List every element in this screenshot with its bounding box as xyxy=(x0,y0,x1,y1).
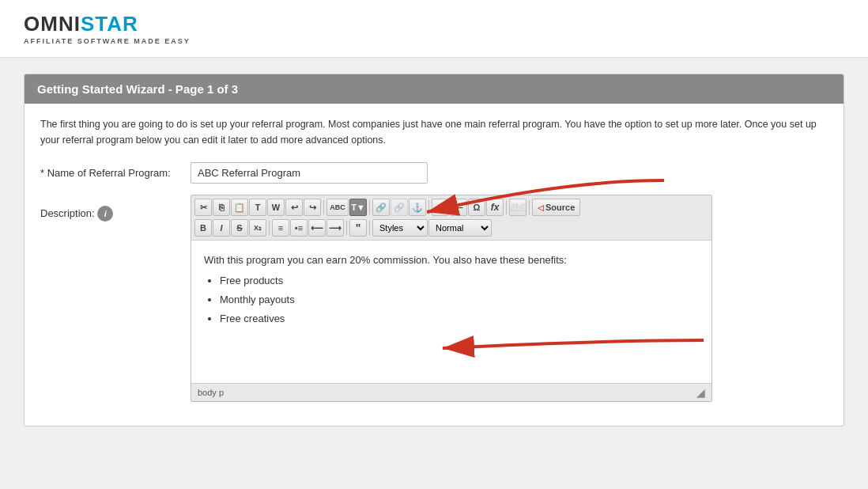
description-label-container: Description: i xyxy=(40,195,191,222)
paste-button[interactable]: 📋 xyxy=(231,199,248,216)
editor-paragraph: With this program you can earn 20% commi… xyxy=(204,252,699,269)
editor-list: Free products Monthly payouts Free creat… xyxy=(220,272,699,328)
header: OMNISTAR AFFILIATE SOFTWARE MADE EASY xyxy=(0,0,868,58)
format-select[interactable]: Normal xyxy=(428,219,492,237)
editor-container-wrapper: ✂ ⎘ 📋 T W ↩ xyxy=(191,195,828,402)
toolbar-sep-4 xyxy=(506,200,507,214)
indent-button[interactable]: ⟶ xyxy=(326,219,344,237)
editor-resize-handle[interactable]: ◢ xyxy=(696,386,705,399)
undo-button[interactable]: ↩ xyxy=(285,199,303,216)
subscript-button[interactable]: X₂ xyxy=(249,219,266,237)
anchor-button[interactable]: ⚓ xyxy=(409,199,426,216)
list-item-2: Monthly payouts xyxy=(220,291,699,309)
logo-omni: OMNI xyxy=(24,12,81,36)
copy-button[interactable]: ⎘ xyxy=(213,199,230,216)
format-button[interactable]: T▼ xyxy=(349,199,367,216)
name-field-container xyxy=(191,162,828,184)
unlink-button[interactable]: 🔗 xyxy=(391,199,408,216)
toolbar-sep-7 xyxy=(346,221,347,235)
logo: OMNISTAR AFFILIATE SOFTWARE MADE EASY xyxy=(24,12,844,45)
toolbar-row-2: B I S X₂ ≡ xyxy=(194,219,708,237)
math-button[interactable]: fx xyxy=(486,199,504,216)
name-input-row xyxy=(191,162,828,184)
description-field-row: Description: i ✂ ⎘ xyxy=(40,195,828,402)
name-field-row: * Name of Referral Program: xyxy=(40,162,828,184)
table-button[interactable]: ⊞ xyxy=(432,199,449,216)
spellcheck-button[interactable]: ABC xyxy=(326,199,349,216)
editor-footer: body p ◢ xyxy=(191,383,711,401)
toolbar-sep-8 xyxy=(369,221,370,235)
iframe-button[interactable]: ⬜⬜ xyxy=(509,199,526,216)
hr-button[interactable]: — xyxy=(450,199,467,216)
wizard-box: Getting Started Wizard - Page 1 of 3 The… xyxy=(24,74,844,426)
toolbar-row-1: ✂ ⎘ 📋 T W ↩ xyxy=(194,199,708,216)
name-input[interactable] xyxy=(191,162,428,184)
editor-footer-path: body p xyxy=(198,388,224,397)
cut-button[interactable]: ✂ xyxy=(194,199,212,216)
toolbar-sep-6 xyxy=(269,221,270,235)
logo-text: OMNISTAR xyxy=(24,12,844,36)
description-label: Description: xyxy=(40,207,95,219)
wizard-body: The first thing you are going to do is s… xyxy=(25,104,843,426)
link-button[interactable]: 🔗 xyxy=(372,199,390,216)
main-content: Getting Started Wizard - Page 1 of 3 The… xyxy=(0,58,868,442)
list-item-3: Free creatives xyxy=(220,310,699,328)
ordered-list-button[interactable]: ≡ xyxy=(272,219,289,237)
source-button[interactable]: ◁ Source xyxy=(532,199,580,216)
paste-text-button[interactable]: T xyxy=(249,199,266,216)
wizard-title: Getting Started Wizard - Page 1 of 3 xyxy=(37,82,238,96)
italic-button[interactable]: I xyxy=(213,219,230,237)
page-wrapper: OMNISTAR AFFILIATE SOFTWARE MADE EASY Ge… xyxy=(0,0,868,489)
logo-tagline: AFFILIATE SOFTWARE MADE EASY xyxy=(24,37,844,45)
wizard-description: The first thing you are going to do is s… xyxy=(40,116,828,148)
list-item-1: Free products xyxy=(220,272,699,290)
logo-star: STAR xyxy=(81,12,138,36)
editor-toolbar: ✂ ⎘ 📋 T W ↩ xyxy=(191,195,711,241)
source-label: Source xyxy=(545,203,575,212)
toolbar-sep-1 xyxy=(323,200,324,214)
info-icon[interactable]: i xyxy=(97,206,113,222)
unordered-list-button[interactable]: •≡ xyxy=(290,219,308,237)
toolbar-sep-5 xyxy=(529,200,530,214)
paste-word-button[interactable]: W xyxy=(267,199,285,216)
redo-button[interactable]: ↪ xyxy=(304,199,321,216)
toolbar-sep-3 xyxy=(428,200,429,214)
name-label: * Name of Referral Program: xyxy=(40,162,191,179)
name-label-text: * Name of Referral Program: xyxy=(40,167,171,179)
toolbar-sep-2 xyxy=(369,200,370,214)
strikethrough-button[interactable]: S xyxy=(231,219,248,237)
bold-button[interactable]: B xyxy=(194,219,212,237)
editor-container: ✂ ⎘ 📋 T W ↩ xyxy=(191,195,712,402)
editor-content[interactable]: With this program you can earn 20% commi… xyxy=(191,241,711,383)
wizard-header: Getting Started Wizard - Page 1 of 3 xyxy=(25,74,843,104)
special-char-button[interactable]: Ω xyxy=(468,199,485,216)
styles-select[interactable]: Styles xyxy=(372,219,428,237)
blockquote-button[interactable]: " xyxy=(349,219,367,237)
outdent-button[interactable]: ⟵ xyxy=(308,219,326,237)
